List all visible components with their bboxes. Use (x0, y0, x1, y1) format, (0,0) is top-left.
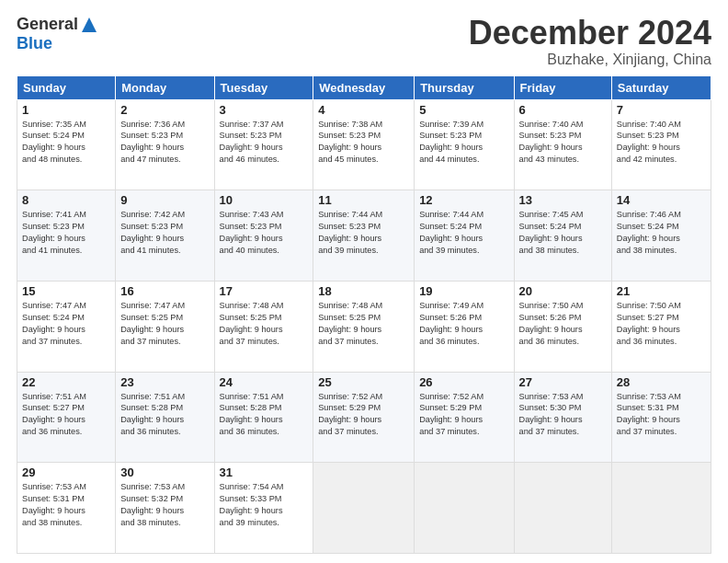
calendar-cell: 9 Sunrise: 7:42 AM Sunset: 5:23 PM Dayli… (116, 190, 214, 282)
day-info: Sunrise: 7:51 AM Sunset: 5:28 PM Dayligh… (220, 391, 309, 439)
day-number: 13 (519, 193, 607, 207)
day-info: Sunrise: 7:53 AM Sunset: 5:31 PM Dayligh… (22, 481, 110, 529)
week-row-1: 1 Sunrise: 7:35 AM Sunset: 5:24 PM Dayli… (17, 99, 711, 190)
day-header-monday: Monday (116, 75, 214, 99)
day-header-friday: Friday (514, 75, 611, 99)
calendar-cell (313, 463, 415, 554)
calendar-cell: 23 Sunrise: 7:51 AM Sunset: 5:28 PM Dayl… (116, 372, 214, 463)
day-info: Sunrise: 7:40 AM Sunset: 5:23 PM Dayligh… (519, 119, 607, 167)
day-info: Sunrise: 7:47 AM Sunset: 5:24 PM Dayligh… (22, 300, 110, 348)
calendar-cell (415, 463, 514, 554)
calendar-cell: 2 Sunrise: 7:36 AM Sunset: 5:23 PM Dayli… (116, 99, 214, 190)
day-info: Sunrise: 7:36 AM Sunset: 5:23 PM Dayligh… (120, 119, 209, 167)
day-number: 28 (617, 375, 706, 389)
header: General Blue December 2024 Buzhake, Xinj… (17, 15, 711, 68)
week-row-4: 22 Sunrise: 7:51 AM Sunset: 5:27 PM Dayl… (17, 372, 711, 463)
calendar-cell: 17 Sunrise: 7:48 AM Sunset: 5:25 PM Dayl… (214, 281, 313, 372)
logo-general-text: General (17, 15, 78, 34)
day-number: 16 (120, 284, 209, 298)
calendar-cell: 24 Sunrise: 7:51 AM Sunset: 5:28 PM Dayl… (214, 372, 313, 463)
day-info: Sunrise: 7:51 AM Sunset: 5:27 PM Dayligh… (22, 391, 110, 439)
calendar-cell (611, 463, 711, 554)
day-number: 23 (120, 375, 209, 389)
day-info: Sunrise: 7:50 AM Sunset: 5:26 PM Dayligh… (519, 300, 607, 348)
day-info: Sunrise: 7:38 AM Sunset: 5:23 PM Dayligh… (318, 119, 409, 167)
day-info: Sunrise: 7:47 AM Sunset: 5:25 PM Dayligh… (120, 300, 209, 348)
calendar-cell: 14 Sunrise: 7:46 AM Sunset: 5:24 PM Dayl… (611, 190, 711, 282)
calendar-cell: 7 Sunrise: 7:40 AM Sunset: 5:23 PM Dayli… (611, 99, 711, 190)
day-number: 22 (22, 375, 110, 389)
day-number: 7 (617, 103, 706, 117)
calendar-cell: 31 Sunrise: 7:54 AM Sunset: 5:33 PM Dayl… (214, 463, 313, 554)
day-number: 2 (120, 103, 209, 117)
calendar-cell (514, 463, 611, 554)
day-number: 25 (318, 375, 409, 389)
day-number: 31 (220, 465, 309, 479)
logo-blue-text: Blue (17, 34, 52, 53)
day-info: Sunrise: 7:45 AM Sunset: 5:24 PM Dayligh… (519, 209, 607, 257)
calendar-cell: 11 Sunrise: 7:44 AM Sunset: 5:23 PM Dayl… (313, 190, 415, 282)
day-number: 4 (318, 103, 409, 117)
day-number: 8 (22, 193, 110, 207)
day-number: 1 (22, 103, 110, 117)
month-title: December 2024 (469, 15, 711, 52)
calendar-cell: 6 Sunrise: 7:40 AM Sunset: 5:23 PM Dayli… (514, 99, 611, 190)
title-block: December 2024 Buzhake, Xinjiang, China (469, 15, 711, 68)
calendar-cell: 28 Sunrise: 7:53 AM Sunset: 5:31 PM Dayl… (611, 372, 711, 463)
day-info: Sunrise: 7:54 AM Sunset: 5:33 PM Dayligh… (220, 481, 309, 529)
week-row-5: 29 Sunrise: 7:53 AM Sunset: 5:31 PM Dayl… (17, 463, 711, 554)
day-number: 12 (419, 193, 508, 207)
day-number: 17 (220, 284, 309, 298)
calendar-cell: 20 Sunrise: 7:50 AM Sunset: 5:26 PM Dayl… (514, 281, 611, 372)
day-number: 20 (519, 284, 607, 298)
day-header-thursday: Thursday (415, 75, 514, 99)
day-number: 10 (220, 193, 309, 207)
day-info: Sunrise: 7:39 AM Sunset: 5:23 PM Dayligh… (419, 119, 508, 167)
location-title: Buzhake, Xinjiang, China (469, 52, 711, 68)
calendar-cell: 10 Sunrise: 7:43 AM Sunset: 5:23 PM Dayl… (214, 190, 313, 282)
header-row: SundayMondayTuesdayWednesdayThursdayFrid… (17, 75, 711, 99)
calendar-cell: 15 Sunrise: 7:47 AM Sunset: 5:24 PM Dayl… (17, 281, 116, 372)
day-number: 21 (617, 284, 706, 298)
day-number: 18 (318, 284, 409, 298)
calendar-cell: 27 Sunrise: 7:53 AM Sunset: 5:30 PM Dayl… (514, 372, 611, 463)
day-info: Sunrise: 7:43 AM Sunset: 5:23 PM Dayligh… (220, 209, 309, 257)
calendar-cell: 16 Sunrise: 7:47 AM Sunset: 5:25 PM Dayl… (116, 281, 214, 372)
calendar-cell: 8 Sunrise: 7:41 AM Sunset: 5:23 PM Dayli… (17, 190, 116, 282)
day-info: Sunrise: 7:41 AM Sunset: 5:23 PM Dayligh… (22, 209, 110, 257)
calendar-cell: 12 Sunrise: 7:44 AM Sunset: 5:24 PM Dayl… (415, 190, 514, 282)
day-info: Sunrise: 7:50 AM Sunset: 5:27 PM Dayligh… (617, 300, 706, 348)
svg-marker-0 (82, 17, 97, 32)
day-number: 9 (120, 193, 209, 207)
day-number: 3 (220, 103, 309, 117)
day-number: 24 (220, 375, 309, 389)
calendar-cell: 22 Sunrise: 7:51 AM Sunset: 5:27 PM Dayl… (17, 372, 116, 463)
day-info: Sunrise: 7:52 AM Sunset: 5:29 PM Dayligh… (419, 391, 508, 439)
day-info: Sunrise: 7:48 AM Sunset: 5:25 PM Dayligh… (220, 300, 309, 348)
day-number: 30 (120, 465, 209, 479)
day-info: Sunrise: 7:53 AM Sunset: 5:30 PM Dayligh… (519, 391, 607, 439)
day-info: Sunrise: 7:48 AM Sunset: 5:25 PM Dayligh… (318, 300, 409, 348)
day-header-sunday: Sunday (17, 75, 116, 99)
logo-icon (80, 16, 98, 34)
week-row-2: 8 Sunrise: 7:41 AM Sunset: 5:23 PM Dayli… (17, 190, 711, 282)
calendar-cell: 1 Sunrise: 7:35 AM Sunset: 5:24 PM Dayli… (17, 99, 116, 190)
week-row-3: 15 Sunrise: 7:47 AM Sunset: 5:24 PM Dayl… (17, 281, 711, 372)
day-header-saturday: Saturday (611, 75, 711, 99)
day-number: 29 (22, 465, 110, 479)
day-info: Sunrise: 7:37 AM Sunset: 5:23 PM Dayligh… (220, 119, 309, 167)
day-header-tuesday: Tuesday (214, 75, 313, 99)
day-header-wednesday: Wednesday (313, 75, 415, 99)
calendar-page: General Blue December 2024 Buzhake, Xinj… (0, 0, 728, 563)
day-number: 27 (519, 375, 607, 389)
calendar-cell: 19 Sunrise: 7:49 AM Sunset: 5:26 PM Dayl… (415, 281, 514, 372)
logo: General Blue (17, 15, 98, 53)
day-info: Sunrise: 7:51 AM Sunset: 5:28 PM Dayligh… (120, 391, 209, 439)
day-number: 11 (318, 193, 409, 207)
calendar-cell: 25 Sunrise: 7:52 AM Sunset: 5:29 PM Dayl… (313, 372, 415, 463)
calendar-cell: 5 Sunrise: 7:39 AM Sunset: 5:23 PM Dayli… (415, 99, 514, 190)
calendar-cell: 21 Sunrise: 7:50 AM Sunset: 5:27 PM Dayl… (611, 281, 711, 372)
day-info: Sunrise: 7:52 AM Sunset: 5:29 PM Dayligh… (318, 391, 409, 439)
day-number: 5 (419, 103, 508, 117)
day-number: 19 (419, 284, 508, 298)
